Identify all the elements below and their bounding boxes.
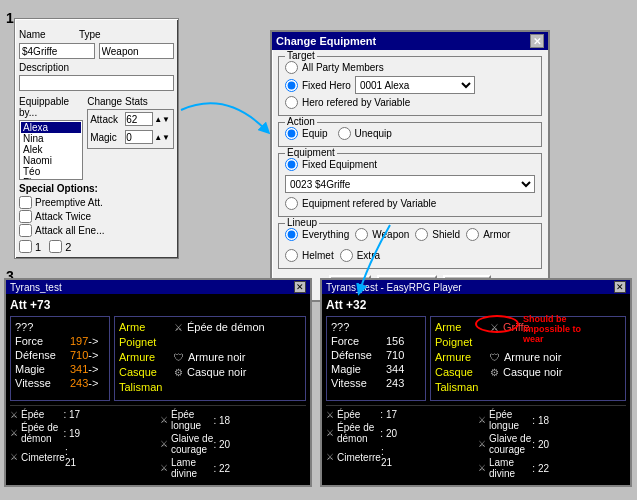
section-number-1: 1: [6, 10, 14, 26]
all-party-radio[interactable]: [285, 61, 298, 74]
weapon-val: : 19: [63, 428, 80, 439]
weapon-row[interactable]: Weapon: [355, 228, 409, 241]
rpg-body-left: Att +73 ??? Force 197 -> Défense 710 ->: [6, 294, 310, 485]
shield-radio[interactable]: [415, 228, 428, 241]
preemptive-checkbox[interactable]: [19, 196, 32, 209]
everything-row[interactable]: Everything: [285, 228, 349, 241]
change-equipment-dialog: Change Equipment ✕ Target All Party Memb…: [270, 30, 550, 302]
all-enemies-checkbox[interactable]: [19, 224, 32, 237]
rpg-stats-left: ??? Force 197 -> Défense 710 -> Magie 34…: [10, 316, 110, 401]
name-input[interactable]: [19, 43, 95, 59]
fixed-hero-select[interactable]: 0001 Alexa: [355, 76, 475, 94]
weapon-item: ⚔ Épée longue : 18: [160, 409, 230, 431]
list-item[interactable]: Naomi: [21, 155, 81, 166]
equip-row[interactable]: Equip: [285, 127, 328, 140]
helmet-icon: ⚙: [174, 367, 183, 378]
weapon-name: Cimeterre: [337, 452, 381, 463]
fixed-hero-label: Fixed Hero: [302, 80, 351, 91]
preemptive-row[interactable]: Preemptive Att.: [19, 196, 174, 209]
equip-radio[interactable]: [285, 127, 298, 140]
rpg-equip-row: Talisman: [435, 381, 621, 393]
weapon-item: ⚔ Glaive de courage : 20: [160, 433, 230, 455]
counter1-checkbox[interactable]: [19, 240, 32, 253]
weapon-name: Épée: [21, 409, 63, 420]
rpg-main-right: ??? Force 156 Défense 710 Magie 344 Vite…: [326, 316, 626, 401]
list-item[interactable]: Alexa: [21, 122, 81, 133]
weapon-icon: ⚔: [10, 452, 18, 462]
unequip-radio[interactable]: [338, 127, 351, 140]
rpg-close-right[interactable]: ✕: [614, 281, 626, 293]
attack-twice-checkbox[interactable]: [19, 210, 32, 223]
rpg-close-left[interactable]: ✕: [294, 281, 306, 293]
fixed-hero-row[interactable]: Fixed Hero 0001 Alexa: [285, 76, 535, 94]
magic-spinner[interactable]: ▲▼: [154, 133, 170, 142]
equippable-listbox[interactable]: Alexa Nina Alek Naomi Téo Flora Marcel Z…: [19, 120, 83, 180]
type-input[interactable]: [99, 43, 175, 59]
weapon-icon: ⚔: [326, 452, 334, 462]
everything-radio[interactable]: [285, 228, 298, 241]
desc-input[interactable]: [19, 75, 174, 91]
stats-box: Attack ▲▼ Magic ▲▼: [87, 109, 174, 149]
shield-icon-r: 🛡: [490, 352, 500, 363]
rpg-stat-row: Force 197 ->: [15, 335, 105, 347]
weapon-radio[interactable]: [355, 228, 368, 241]
equip-name-casque: Casque noir: [187, 366, 246, 378]
armor-radio[interactable]: [466, 228, 479, 241]
attack-input[interactable]: [125, 112, 153, 126]
hero-variable-row[interactable]: Hero refered by Variable: [285, 96, 535, 109]
dialog-titlebar: Change Equipment ✕: [272, 32, 548, 50]
stat-arrow-magie: ->: [88, 363, 98, 375]
rpg-stat-row: Défense 710: [331, 349, 421, 361]
fixed-hero-radio[interactable]: [285, 79, 298, 92]
weapon-item: ⚔ Lame divine : 22: [160, 457, 230, 479]
unequip-row[interactable]: Unequip: [338, 127, 392, 140]
counter1[interactable]: 1: [19, 240, 41, 253]
hero-variable-radio[interactable]: [285, 96, 298, 109]
weapon-val: : 21: [65, 446, 80, 468]
rpg-stat-row: Défense 710 ->: [15, 349, 105, 361]
fixed-equip-row[interactable]: Fixed Equipment: [285, 158, 535, 171]
stat-val-magie: 341: [70, 363, 88, 375]
list-item[interactable]: Nina: [21, 133, 81, 144]
rpg-window-right: Tyrans_test - EasyRPG Player ✕ Att +32 ?…: [320, 278, 632, 487]
helmet-row[interactable]: Helmet: [285, 249, 334, 262]
equip-variable-row[interactable]: Equipment refered by Variable: [285, 197, 535, 210]
helmet-radio[interactable]: [285, 249, 298, 262]
counter2[interactable]: 2: [49, 240, 71, 253]
weapon-name: Épée: [337, 409, 380, 420]
equip-variable-radio[interactable]: [285, 197, 298, 210]
attack-label: Attack: [90, 114, 125, 125]
rpg-equip-row: Arme ⚔ Griffe: [435, 321, 621, 333]
dialog-close-button[interactable]: ✕: [530, 34, 544, 48]
fixed-equip-select[interactable]: 0023 $4Griffe: [285, 175, 535, 193]
list-item[interactable]: Alek: [21, 144, 81, 155]
all-enemies-row[interactable]: Attack all Ene...: [19, 224, 174, 237]
rpg-weapon-list-left: ⚔ Épée : 17 ⚔ Épée de démon : 19 ⚔ Cimet…: [10, 405, 306, 481]
rpg-equip-row: Armure 🛡 Armure noir: [119, 351, 301, 363]
stat-label-vitesse: Vitesse: [15, 377, 70, 389]
lineup-options: Everything Weapon Shield Armor Helmet: [285, 228, 535, 264]
magic-input[interactable]: [125, 130, 153, 144]
unequip-label: Unequip: [355, 128, 392, 139]
counter2-checkbox[interactable]: [49, 240, 62, 253]
weapon-val: : 20: [380, 428, 397, 439]
all-party-row[interactable]: All Party Members: [285, 61, 535, 74]
weapon-item: ⚔ Lame divine : 22: [478, 457, 549, 479]
sword-icon-r: ⚔: [490, 322, 499, 333]
list-item[interactable]: Téo: [21, 166, 81, 177]
attack-twice-row[interactable]: Attack Twice: [19, 210, 174, 223]
equip-label-talisman-r: Talisman: [435, 381, 490, 393]
attack-spinner[interactable]: ▲▼: [154, 115, 170, 124]
stat-label-force: Force: [15, 335, 70, 347]
extra-radio[interactable]: [340, 249, 353, 262]
fixed-equip-radio[interactable]: [285, 158, 298, 171]
rpg-att-right: Att +32: [326, 298, 626, 312]
extra-row[interactable]: Extra: [340, 249, 380, 262]
armor-row[interactable]: Armor: [466, 228, 510, 241]
stat-arrow-force: ->: [88, 335, 98, 347]
list-item[interactable]: Flora: [21, 177, 81, 180]
equip-label-arme: Arme: [119, 321, 174, 333]
shield-row[interactable]: Shield: [415, 228, 460, 241]
stat-label-defense-r: Défense: [331, 349, 386, 361]
weapon-name: Épée longue: [489, 409, 532, 431]
